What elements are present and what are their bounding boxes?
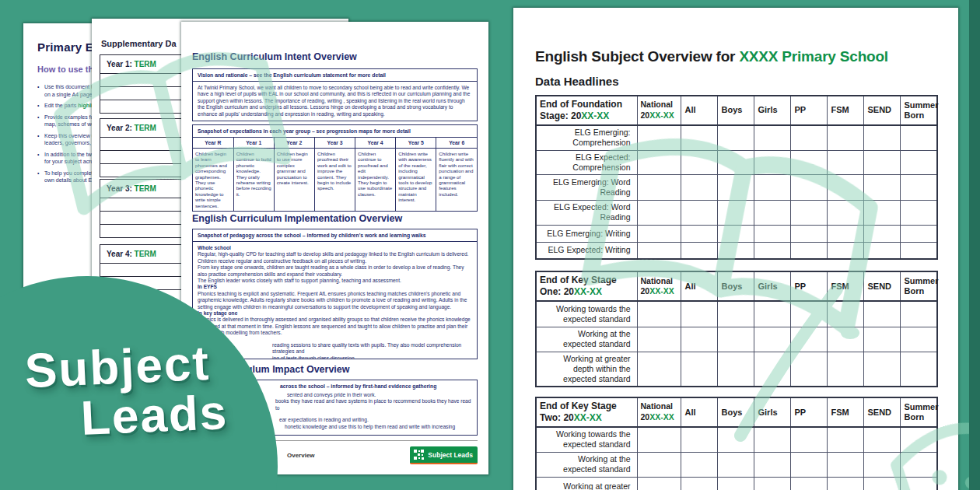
empty-data-cell: [681, 327, 717, 352]
empty-data-cell: [900, 327, 937, 352]
empty-data-cell: [790, 242, 827, 259]
empty-data-cell: [754, 352, 790, 387]
empty-data-cell: [827, 125, 863, 150]
year-expectations-table: Year R Year 1 Year 2 Year 3 Year 4 Year …: [193, 138, 477, 211]
empty-data-cell: [754, 174, 790, 200]
empty-data-cell: [681, 174, 717, 200]
empty-data-cell: [827, 477, 863, 490]
empty-data-cell: [863, 242, 900, 259]
empty-data-cell: [827, 225, 863, 242]
empty-data-cell: [681, 242, 717, 259]
table-row: ELG Emerging: Comprehension: [536, 125, 937, 150]
subject-leads-badge: Subject Leads: [410, 446, 478, 464]
table-row: Working at the expected standard: [536, 327, 937, 352]
pedagogy-header: Snapshot of pedagogy across the school –…: [193, 229, 477, 242]
table-row: ELG Emerging: Word Reading: [536, 174, 937, 200]
empty-data-cell: [754, 150, 790, 174]
empty-data-cell: [754, 477, 790, 490]
vision-body: At Twinkl Primary School, we want all ch…: [193, 82, 477, 121]
page-title: English Subject Overview for XXXX Primar…: [535, 48, 958, 65]
empty-data-cell: [900, 150, 937, 174]
empty-data-cell: [863, 427, 900, 452]
empty-data-cell: [637, 452, 681, 477]
table-row: Working at greater depth within the expe…: [536, 477, 937, 490]
table-row: Working at the expected standard: [536, 452, 937, 477]
empty-data-cell: [717, 477, 754, 490]
empty-data-cell: [790, 327, 827, 352]
empty-data-cell: [717, 125, 754, 150]
empty-data-cell: [681, 477, 717, 490]
table-row: Working towards the expected standard: [536, 301, 937, 327]
key-stage-two-table: End of Key Stage Two: 20XX-XX National20…: [535, 397, 938, 490]
empty-data-cell: [900, 477, 937, 490]
empty-data-cell: [827, 200, 863, 225]
empty-data-cell: [681, 427, 717, 452]
empty-data-cell: [827, 352, 863, 387]
empty-data-cell: [863, 327, 900, 352]
empty-data-cell: [790, 150, 827, 174]
empty-data-cell: [790, 427, 827, 452]
empty-data-cell: [637, 301, 681, 327]
empty-data-cell: [681, 125, 717, 150]
empty-data-cell: [900, 225, 937, 242]
foundation-stage-table: End of Foundation Stage: 20XX-XX Nationa…: [535, 95, 938, 260]
empty-data-cell: [637, 427, 681, 452]
empty-data-cell: [827, 150, 863, 174]
empty-data-cell: [637, 125, 681, 150]
empty-data-cell: [790, 125, 827, 150]
empty-data-cell: [681, 352, 717, 387]
empty-data-cell: [827, 427, 863, 452]
empty-data-cell: [717, 225, 754, 242]
empty-data-cell: [790, 174, 827, 200]
empty-data-cell: [863, 125, 900, 150]
right-edge-band: [969, 0, 980, 490]
empty-data-cell: [681, 225, 717, 242]
empty-data-cell: [637, 327, 681, 352]
table-row: ELG Emerging: Writing: [536, 225, 937, 242]
empty-data-cell: [790, 200, 827, 225]
empty-data-cell: [717, 352, 754, 387]
table-row: ELG Expected: Word Reading: [536, 200, 937, 225]
resource-preview: Primary En How to use thi Use this docum…: [0, 0, 980, 490]
pedagogy-box: Snapshot of pedagogy across the school –…: [192, 229, 478, 359]
empty-data-cell: [863, 200, 900, 225]
table-row: ELG Expected: Comprehension: [536, 150, 937, 174]
empty-data-cell: [900, 242, 937, 259]
empty-data-cell: [637, 200, 681, 225]
empty-data-cell: [637, 225, 681, 242]
empty-data-cell: [900, 452, 937, 477]
empty-data-cell: [717, 150, 754, 174]
empty-data-cell: [863, 301, 900, 327]
key-stage-one-table: End of Key Stage One: 20XX-XX National20…: [535, 271, 938, 387]
table-row: Working at greater depth within the expe…: [536, 352, 937, 387]
vision-header: Vision and rationale – see the English c…: [193, 69, 477, 82]
empty-data-cell: [681, 150, 717, 174]
empty-data-cell: [754, 301, 790, 327]
table-row: Working towards the expected standard: [536, 427, 937, 452]
empty-data-cell: [790, 477, 827, 490]
empty-data-cell: [717, 427, 754, 452]
empty-data-cell: [863, 452, 900, 477]
expectations-header: Snapshot of expectations in each year gr…: [193, 125, 477, 138]
empty-data-cell: [754, 200, 790, 225]
header-row: End of Key Stage Two: 20XX-XX National20…: [536, 397, 937, 427]
empty-data-cell: [827, 301, 863, 327]
empty-data-cell: [717, 174, 754, 200]
empty-data-cell: [900, 352, 937, 387]
empty-data-cell: [637, 352, 681, 387]
empty-data-cell: [863, 174, 900, 200]
empty-data-cell: [637, 242, 681, 259]
empty-data-cell: [827, 174, 863, 200]
empty-data-cell: [717, 242, 754, 259]
empty-data-cell: [717, 301, 754, 327]
page-data-headlines: English Subject Overview for XXXX Primar…: [513, 8, 958, 490]
empty-data-cell: [900, 427, 937, 452]
qr-code-icon: [413, 449, 425, 460]
implementation-title: English Curriculum Implementation Overvi…: [192, 213, 478, 224]
empty-data-cell: [754, 452, 790, 477]
empty-data-cell: [681, 200, 717, 225]
empty-data-cell: [754, 125, 790, 150]
empty-data-cell: [863, 225, 900, 242]
empty-data-cell: [681, 301, 717, 327]
empty-data-cell: [900, 301, 937, 327]
